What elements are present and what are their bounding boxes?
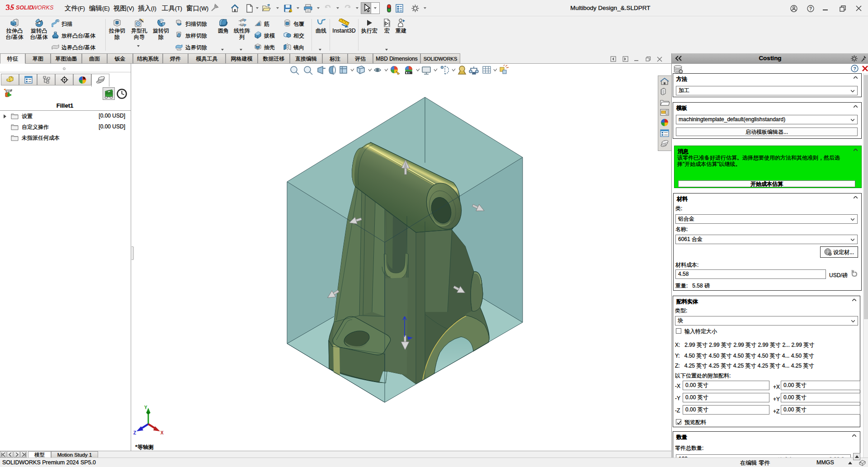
svg-text:X: X (160, 430, 164, 435)
svg-text:?: ? (809, 6, 812, 11)
svg-text:?: ? (853, 66, 856, 71)
svg-text:!: ! (289, 10, 290, 13)
svg-text:WORKS: WORKS (32, 5, 54, 11)
svg-text:Y: Y (144, 405, 147, 410)
svg-text:SOLID: SOLID (16, 5, 33, 11)
svg-text:Z: Z (133, 430, 136, 435)
svg-text:*等轴测: *等轴测 (135, 444, 154, 450)
